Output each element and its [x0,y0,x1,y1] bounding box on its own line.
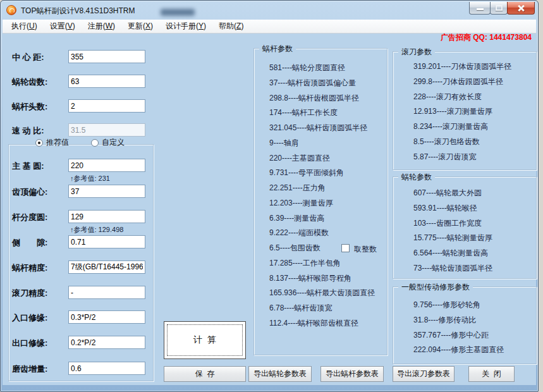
worm-precision-label: 蜗杆精度: [12,262,47,274]
speed-ratio-input [68,123,145,137]
param-item: 9.756----修形砂轮角 [393,298,536,313]
hob-parameters-title: 滚刀参数 [398,47,435,58]
menu-item[interactable]: 更新(X) [121,19,159,34]
param-item: 112.4----蜗杆喉部齿根直径 [254,316,387,331]
window-title: TOP蜗杆副设计V8.41S1D3HTRM [21,6,135,16]
param-item: 607----蜗轮最大外圆 [393,186,536,201]
param-item: 228----滚刀有效长度 [393,90,536,105]
modification-parameters-list: 9.756----修形砂轮角31.8----修形传动比357.767----修形… [393,298,536,358]
grinding-increment-input[interactable] [68,362,145,375]
param-item: 222.094----修形主基圆直径 [393,343,536,358]
close-button[interactable] [507,2,535,15]
worm-parameters-groupbox: 蜗杆参数 581----蜗轮分度圆直径37----蜗杆齿顶圆弧偏心量298.8-… [253,48,387,355]
wheel-teeth-label: 蜗轮齿数: [12,77,47,88]
param-item: 73----蜗轮齿顶圆弧半径 [393,261,536,276]
blurred-overlay [161,9,195,16]
ad-text: 广告招商 QQ: 1441473804 [441,32,532,43]
param-item: 8.234----滚刀测量齿高 [393,119,536,135]
param-item: 6.39----测量齿高 [254,211,387,226]
save-button[interactable]: 保 存 [164,366,246,382]
close-dialog-button[interactable]: 关 闭 [468,366,515,382]
maximize-icon [496,5,503,11]
worm-precision-input[interactable] [68,260,145,274]
title-bar: TOP蜗杆副设计V8.41S1D3HTRM [1,1,538,20]
main-base-circle-input[interactable] [68,159,145,172]
param-item: 593.91----蜗轮喉径 [393,201,536,216]
worm-pitch-circle-input[interactable] [68,210,145,223]
minimize-icon [477,8,484,10]
param-item: 298.8----蜗杆齿根圆弧半径 [254,91,387,106]
param-item: 581----蜗轮分度圆直径 [254,61,387,76]
exit-relief-input[interactable] [68,336,145,349]
calculate-button[interactable]: 计 算 [164,321,246,359]
entry-relief-label: 入口修缘: [12,312,47,324]
minimize-button[interactable] [469,2,491,15]
modification-parameters-groupbox: 一般型传动修形参数 9.756----修形砂轮角31.8----修形传动比357… [393,286,537,364]
center-distance-input[interactable] [68,50,145,63]
param-item: 165.936----蜗杆最大齿顶圆直径 [254,286,387,301]
backlash-input[interactable] [68,235,145,248]
param-item: 37----蜗杆齿顶圆弧偏心量 [254,76,387,91]
param-item: 15.775----蜗轮测量齿厚 [393,231,536,246]
param-item: 299.8----刀体齿跟圆弧半径 [393,75,536,90]
modification-parameters-title: 一般型传动修形参数 [398,282,473,293]
menu-item[interactable]: 执行(U) [5,19,44,34]
export-worm-table-button[interactable]: 导出蜗杆参数表 [320,366,384,382]
round-integer-checkbox[interactable] [341,244,350,252]
radio-recommended[interactable]: 推荐值 [35,137,69,148]
radio-selected-icon [35,139,43,147]
param-item: 319.201----刀体齿顶圆弧半径 [393,59,536,75]
hob-parameters-groupbox: 滚刀参数 319.201----刀体齿顶圆弧半径299.8----刀体齿跟圆弧半… [393,51,537,170]
wheel-teeth-input[interactable] [68,75,145,88]
speed-ratio-label: 速 动 比: [12,125,44,137]
main-base-circle-label: 主 基 圆: [12,161,44,172]
export-wheel-table-button[interactable]: 导出蜗轮参数表 [248,366,312,382]
param-item: 17.285----工作半包角 [254,256,387,271]
grinding-increment-label: 磨齿增量: [12,364,47,375]
worm-parameters-list: 581----蜗轮分度圆直径37----蜗杆齿顶圆弧偏心量298.8----蜗杆… [254,61,387,331]
menu-item[interactable]: 设置(V) [44,19,82,34]
param-item: 6.564----蜗轮测量齿高 [393,246,536,261]
hob-parameters-list: 319.201----刀体齿顶圆弧半径299.8----刀体齿跟圆弧半径228-… [393,59,536,164]
param-item: 9----轴肩 [254,136,387,151]
radio-custom[interactable]: 自定义 [91,137,125,148]
entry-relief-input[interactable] [68,310,145,324]
export-hob-table-button[interactable]: 导出滚刀参数表 [393,366,455,382]
param-item: 12.913----滚刀测量齿厚 [393,104,536,119]
wheel-parameters-groupbox: 蜗轮参数 607----蜗轮最大外圆593.91----蜗轮喉径103----齿… [393,176,537,279]
param-item: 12.203----测量齿厚 [254,196,387,211]
hob-precision-input[interactable] [68,286,145,299]
maximize-button[interactable] [490,2,508,15]
param-item: 9.731----母平面倾斜角 [254,166,387,181]
worm-starts-input[interactable] [68,99,145,113]
reference-note: ↑参考值: 129.498 [70,225,123,235]
param-item: 5.87----滚刀齿顶宽 [393,150,536,165]
backlash-label: 侧 隙: [12,237,47,248]
tip-eccentricity-label: 齿顶偏心: [12,187,47,198]
round-integer-label: 取整数 [354,244,377,255]
wheel-parameters-list: 607----蜗轮最大外圆593.91----蜗轮喉径103----齿圈工作宽度… [393,186,536,276]
param-item: 8.5----滚刀包络齿数 [393,135,536,150]
tip-eccentricity-input[interactable] [68,185,145,198]
hob-precision-label: 滚刀精度: [12,288,47,299]
param-item: 220----主基圆直径 [254,151,387,166]
reference-note: ↑参考值: 231 [70,174,110,183]
param-item: 103----齿圈工作宽度 [393,216,536,231]
app-window: TOP蜗杆副设计V8.41S1D3HTRM 执行(U)设置(V)注册(W)更新(… [0,0,539,392]
menu-item[interactable]: 注册(W) [82,19,121,34]
param-item: 8.137----蜗杆喉部导程角 [254,271,387,286]
app-icon [6,5,16,15]
param-item: 174----蜗杆工作长度 [254,106,387,121]
menu-item[interactable]: 设计手册(Y) [159,19,212,34]
worm-parameters-title: 蜗杆参数 [259,44,296,54]
center-distance-label: 中 心 距: [12,52,44,63]
param-item: 9.222----端面模数 [254,226,387,241]
menu-item[interactable]: 帮助(Z) [212,19,250,34]
param-item: 357.767----修形中心距 [393,328,536,343]
worm-pitch-circle-label: 杆分度圆: [12,212,47,223]
exit-relief-label: 出口修缘: [12,338,47,349]
window-controls [470,2,535,15]
wheel-parameters-title: 蜗轮参数 [398,172,435,183]
param-item: 31.8----修形传动比 [393,313,536,328]
close-icon [517,4,525,12]
